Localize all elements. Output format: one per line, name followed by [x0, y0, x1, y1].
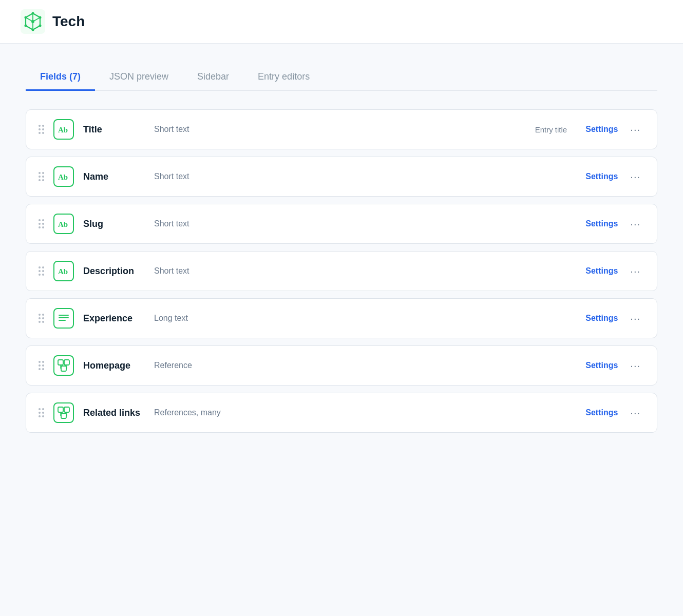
svg-point-4 [39, 25, 42, 27]
settings-button[interactable]: Settings [581, 170, 622, 183]
field-row: Ab Description Short text Settings ··· [26, 251, 657, 291]
row-actions: Settings ··· [581, 216, 644, 232]
svg-rect-17 [61, 366, 66, 371]
field-row: Ab Title Short text Entry title Settings… [26, 109, 657, 149]
svg-point-6 [25, 25, 27, 27]
drag-handle[interactable] [39, 361, 44, 370]
field-name: Title [83, 124, 145, 135]
field-type-label: Reference [154, 361, 572, 370]
field-type-icon [53, 402, 74, 423]
field-type-icon: Ab [53, 166, 74, 187]
field-type-label: Short text [154, 266, 572, 276]
tabs-bar: Fields (7) JSON preview Sidebar Entry ed… [26, 64, 657, 91]
svg-text:Ab: Ab [58, 126, 68, 134]
drag-handle[interactable] [39, 266, 44, 276]
field-row: Homepage Reference Settings ··· [26, 345, 657, 386]
field-type-icon: Ab [53, 119, 74, 140]
settings-button[interactable]: Settings [581, 312, 622, 325]
field-type-label: Long text [154, 314, 572, 323]
field-type-label: Short text [154, 172, 572, 181]
svg-text:Ab: Ab [58, 267, 68, 276]
tab-fields[interactable]: Fields (7) [26, 64, 95, 91]
field-row: Ab Slug Short text Settings ··· [26, 204, 657, 244]
settings-button[interactable]: Settings [581, 123, 622, 136]
drag-handle[interactable] [39, 125, 44, 134]
field-name: Homepage [83, 360, 145, 371]
settings-button[interactable]: Settings [581, 406, 622, 419]
svg-point-2 [32, 12, 34, 15]
more-options-button[interactable]: ··· [626, 263, 644, 279]
more-options-button[interactable]: ··· [626, 405, 644, 421]
drag-handle[interactable] [39, 408, 44, 417]
field-name: Slug [83, 219, 145, 229]
field-row: Related links References, many Settings … [26, 393, 657, 433]
svg-rect-16 [64, 360, 69, 365]
row-actions: Settings ··· [581, 169, 644, 185]
svg-point-5 [32, 29, 34, 31]
svg-rect-22 [58, 407, 63, 412]
main-content: Fields (7) JSON preview Sidebar Entry ed… [0, 44, 683, 453]
svg-point-1 [31, 20, 34, 23]
drag-handle[interactable] [39, 219, 44, 228]
more-options-button[interactable]: ··· [626, 358, 644, 374]
svg-rect-23 [64, 407, 69, 412]
field-name: Description [83, 266, 145, 277]
svg-point-7 [25, 16, 27, 19]
field-name: Name [83, 171, 145, 182]
field-type-icon [53, 355, 74, 376]
svg-rect-15 [58, 360, 63, 365]
field-type-icon [53, 308, 74, 329]
header: Tech [0, 0, 683, 44]
more-options-button[interactable]: ··· [626, 122, 644, 138]
more-options-button[interactable]: ··· [626, 216, 644, 232]
settings-button[interactable]: Settings [581, 217, 622, 230]
field-row: Ab Name Short text Settings ··· [26, 157, 657, 197]
row-actions: Entry title Settings ··· [535, 122, 644, 138]
settings-button[interactable]: Settings [581, 359, 622, 372]
page-title: Tech [52, 13, 85, 30]
svg-text:Ab: Ab [58, 173, 68, 181]
tab-json-preview[interactable]: JSON preview [95, 64, 183, 91]
field-type-label: References, many [154, 408, 572, 417]
field-row: Experience Long text Settings ··· [26, 298, 657, 338]
entry-title-badge: Entry title [535, 125, 567, 134]
settings-button[interactable]: Settings [581, 264, 622, 278]
drag-handle[interactable] [39, 172, 44, 181]
logo-icon [21, 9, 45, 34]
svg-rect-24 [61, 413, 66, 418]
field-type-icon: Ab [53, 214, 74, 234]
row-actions: Settings ··· [581, 358, 644, 374]
drag-handle[interactable] [39, 314, 44, 323]
field-type-icon: Ab [53, 261, 74, 281]
svg-text:Ab: Ab [58, 220, 68, 228]
more-options-button[interactable]: ··· [626, 311, 644, 326]
field-name: Related links [83, 408, 145, 418]
more-options-button[interactable]: ··· [626, 169, 644, 185]
tab-entry-editors[interactable]: Entry editors [243, 64, 324, 91]
svg-point-3 [39, 16, 42, 19]
fields-list: Ab Title Short text Entry title Settings… [26, 109, 657, 433]
field-type-label: Short text [154, 219, 572, 228]
row-actions: Settings ··· [581, 311, 644, 326]
row-actions: Settings ··· [581, 263, 644, 279]
field-name: Experience [83, 313, 145, 324]
field-type-label: Short text [154, 125, 526, 134]
tab-sidebar[interactable]: Sidebar [183, 64, 243, 91]
row-actions: Settings ··· [581, 405, 644, 421]
